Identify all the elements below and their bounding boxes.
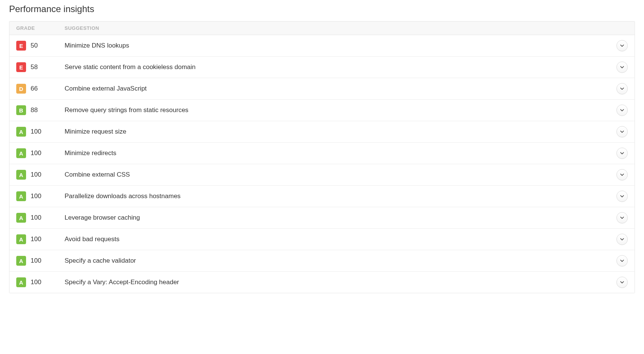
suggestion-text: Parallelize downloads across hostnames [65,192,613,200]
expand-cell [613,277,628,288]
page-title: Performance insights [9,4,635,14]
expand-button[interactable] [616,255,628,266]
insight-row[interactable]: A100Minimize request size [9,121,635,143]
grade-score: 100 [31,171,41,179]
grade-score: 100 [31,149,41,157]
chevron-down-icon [620,130,624,134]
expand-button[interactable] [616,105,628,116]
expand-cell [613,255,628,266]
grade-badge: A [16,256,26,266]
grade-badge: A [16,127,26,137]
expand-cell [613,212,628,223]
suggestion-text: Serve static content from a cookieless d… [65,63,613,71]
chevron-down-icon [620,237,624,241]
chevron-down-icon [620,87,624,91]
suggestion-text: Combine external CSS [65,171,613,179]
grade-score: 100 [31,128,41,135]
chevron-down-icon [620,194,624,198]
insights-table: GRADE SUGGESTION E50Minimize DNS lookups… [9,21,635,293]
expand-button[interactable] [616,83,628,94]
grade-cell: A100 [16,170,65,180]
expand-button[interactable] [616,40,628,51]
column-header-grade: GRADE [16,25,65,31]
suggestion-text: Leverage browser caching [65,214,613,222]
insight-row[interactable]: B88Remove query strings from static reso… [9,100,635,121]
expand-button[interactable] [616,169,628,180]
expand-cell [613,234,628,245]
chevron-down-icon [620,280,624,284]
grade-cell: E58 [16,62,65,72]
insight-row[interactable]: E58Serve static content from a cookieles… [9,57,635,78]
expand-button[interactable] [616,234,628,245]
suggestion-text: Avoid bad requests [65,235,613,243]
grade-score: 50 [31,42,38,49]
suggestion-text: Minimize redirects [65,149,613,157]
expand-button[interactable] [616,191,628,202]
expand-cell [613,191,628,202]
expand-cell [613,169,628,180]
grade-cell: E50 [16,41,65,51]
grade-cell: B88 [16,105,65,115]
chevron-down-icon [620,108,624,112]
suggestion-text: Specify a Vary: Accept-Encoding header [65,279,613,286]
chevron-down-icon [620,151,624,155]
grade-badge: A [16,148,26,158]
expand-cell [613,83,628,94]
grade-badge: A [16,191,26,201]
grade-score: 100 [31,257,41,265]
insight-row[interactable]: A100Parallelize downloads across hostnam… [9,186,635,207]
insight-row[interactable]: A100Avoid bad requests [9,229,635,250]
grade-badge: A [16,170,26,180]
column-header-suggestion: SUGGESTION [65,25,628,31]
insight-row[interactable]: E50Minimize DNS lookups [9,35,635,57]
expand-button[interactable] [616,212,628,223]
expand-button[interactable] [616,148,628,159]
grade-cell: A100 [16,277,65,287]
chevron-down-icon [620,65,624,69]
suggestion-text: Specify a cache validator [65,257,613,265]
expand-cell [613,62,628,73]
grade-cell: A100 [16,127,65,137]
grade-score: 100 [31,235,41,243]
insight-row[interactable]: A100Leverage browser caching [9,207,635,229]
grade-score: 88 [31,106,38,114]
expand-cell [613,40,628,51]
insight-row[interactable]: A100Specify a Vary: Accept-Encoding head… [9,272,635,293]
suggestion-text: Remove query strings from static resourc… [65,106,613,114]
chevron-down-icon [620,216,624,220]
grade-cell: A100 [16,191,65,201]
grade-badge: E [16,41,26,51]
suggestion-text: Minimize request size [65,128,613,135]
insight-row[interactable]: A100Specify a cache validator [9,250,635,272]
grade-cell: D66 [16,84,65,94]
grade-cell: A100 [16,213,65,223]
grade-score: 100 [31,279,41,286]
grade-score: 58 [31,63,38,71]
expand-cell [613,105,628,116]
expand-cell [613,126,628,137]
grade-badge: D [16,84,26,94]
insight-row[interactable]: A100Minimize redirects [9,143,635,164]
grade-cell: A100 [16,234,65,244]
grade-score: 100 [31,192,41,200]
grade-score: 100 [31,214,41,222]
grade-badge: B [16,105,26,115]
insight-row[interactable]: A100Combine external CSS [9,164,635,186]
grade-cell: A100 [16,148,65,158]
expand-button[interactable] [616,277,628,288]
grade-badge: E [16,62,26,72]
grade-cell: A100 [16,256,65,266]
grade-badge: A [16,234,26,244]
expand-cell [613,148,628,159]
chevron-down-icon [620,259,624,263]
table-header: GRADE SUGGESTION [9,22,635,35]
expand-button[interactable] [616,62,628,73]
grade-badge: A [16,277,26,287]
grade-badge: A [16,213,26,223]
grade-score: 66 [31,85,38,92]
insight-row[interactable]: D66Combine external JavaScript [9,78,635,100]
suggestion-text: Combine external JavaScript [65,85,613,92]
expand-button[interactable] [616,126,628,137]
suggestion-text: Minimize DNS lookups [65,42,613,49]
chevron-down-icon [620,44,624,48]
